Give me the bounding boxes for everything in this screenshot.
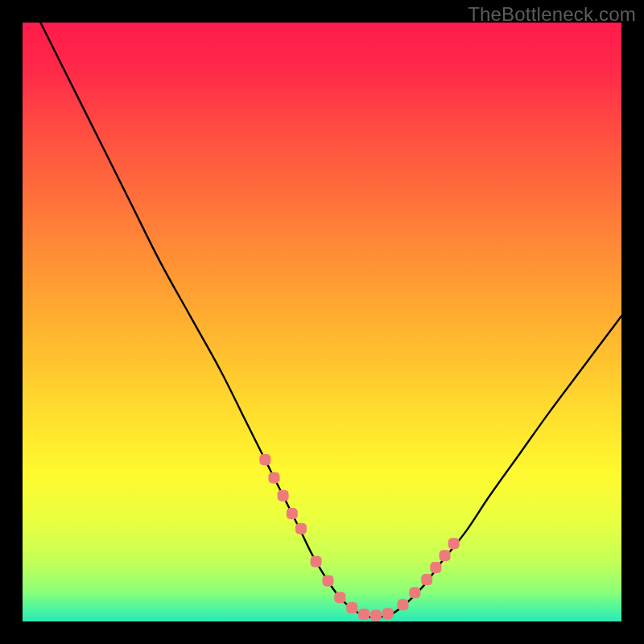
marker-point xyxy=(287,508,298,519)
marker-point xyxy=(448,538,460,549)
marker-point xyxy=(346,602,357,613)
marker-point xyxy=(268,472,279,483)
chart-frame: TheBottleneck.com xyxy=(0,0,644,644)
marker-point xyxy=(295,523,307,535)
marker-point xyxy=(358,609,369,620)
marker-point xyxy=(370,610,382,621)
marker-layer xyxy=(23,23,621,621)
marker-point xyxy=(397,599,408,610)
marker-point xyxy=(421,574,432,585)
plot-area xyxy=(23,23,621,621)
marker-point xyxy=(382,608,394,619)
marker-point xyxy=(440,550,451,561)
marker-point xyxy=(259,454,270,465)
highlighted-points xyxy=(259,454,459,621)
marker-point xyxy=(430,562,441,573)
marker-point xyxy=(334,592,345,603)
marker-point xyxy=(409,587,420,598)
marker-point xyxy=(278,490,289,502)
marker-point xyxy=(311,556,322,568)
marker-point xyxy=(322,575,333,586)
watermark-text: TheBottleneck.com xyxy=(468,3,636,26)
